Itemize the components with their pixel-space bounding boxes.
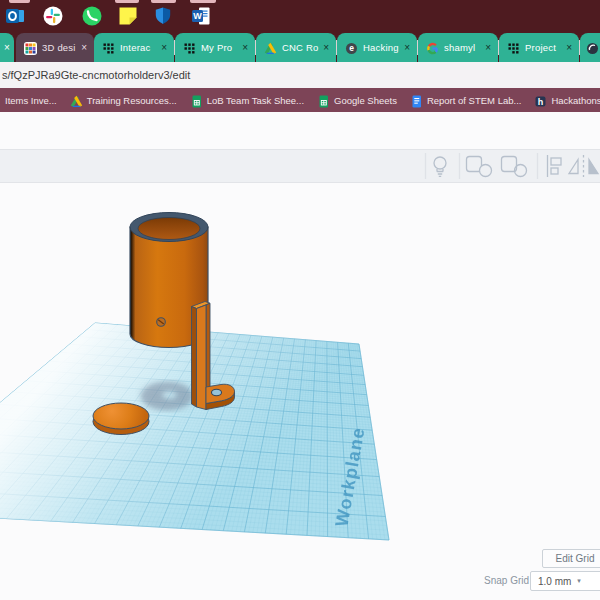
base-disc[interactable] [93, 403, 149, 435]
bookmark-stem-report[interactable]: Report of STEM Lab... [410, 94, 522, 107]
tab-my-projects[interactable]: My Pro × [175, 33, 255, 62]
dark-circle-icon [586, 41, 599, 54]
tab-strip: × 3D desi × Interac × My Pro × [0, 30, 600, 62]
tab-close-icon[interactable]: × [485, 43, 491, 53]
h-square-icon: h [534, 94, 547, 107]
url-text: s/fQzPJRa9Gte-cncmotorholderv3/edit [0, 69, 190, 81]
running-indicator [190, 0, 216, 3]
bookmark-label: Report of STEM Lab... [427, 95, 522, 106]
screw-hole [157, 318, 166, 327]
snap-grid-value: 1.0 mm [531, 576, 571, 587]
editor-toolbar [0, 149, 600, 183]
svg-text:e: e [349, 43, 354, 53]
svg-text:h: h [538, 96, 544, 106]
tab-label: 3D desi [42, 42, 77, 53]
bookmark-hackathons[interactable]: h Hackathons, P [534, 94, 600, 107]
tab-close-icon[interactable]: × [242, 43, 248, 53]
chevron-down-icon: ▾ [577, 577, 581, 585]
tab-label: Project [525, 42, 562, 53]
e-circle-icon: e [345, 41, 358, 54]
tab-close-icon[interactable]: × [566, 43, 572, 53]
align-button[interactable] [548, 155, 562, 177]
bookmark-items-inventory[interactable]: Items Inve... [5, 95, 57, 106]
tinkercad-dots-icon [183, 41, 196, 54]
tab-partial-left[interactable]: × [0, 33, 14, 62]
google-sheets-icon [190, 94, 203, 107]
tinkercad-dots-icon [102, 41, 115, 54]
tab-label: shamyl [444, 42, 481, 53]
google-drive-icon [70, 94, 83, 107]
running-indicator [9, 0, 30, 3]
bookmark-google-sheets[interactable]: Google Sheets [317, 94, 397, 107]
tab-cnc-router[interactable]: CNC Ro × [256, 33, 336, 62]
ungroup-button[interactable] [502, 157, 527, 177]
running-indicator [115, 0, 139, 3]
show-all-lightbulb-button[interactable] [434, 157, 446, 176]
google-sheets-icon [317, 94, 330, 107]
bookmarks-bar: Items Inve... Training Resources... LoB … [0, 88, 600, 112]
google-g-icon [426, 41, 439, 54]
tab-label: Hacking [363, 42, 400, 53]
bookmark-label: Items Inve... [5, 95, 57, 106]
tab-3d-design[interactable]: 3D desi × [16, 33, 94, 62]
address-bar[interactable]: s/fQzPJRa9Gte-cncmotorholderv3/edit [0, 62, 600, 88]
bracket-hole [212, 389, 222, 396]
tab-close-icon[interactable]: × [4, 43, 10, 53]
tab-close-icon[interactable]: × [404, 43, 410, 53]
mirror-button[interactable] [569, 155, 598, 177]
tinkercad-color-icon [24, 41, 37, 54]
snap-grid-label: Snap Grid [484, 575, 529, 586]
bookmark-label: Hackathons, P [551, 95, 600, 106]
tab-interactive[interactable]: Interac × [94, 33, 174, 62]
tab-project[interactable]: Project × [499, 33, 579, 62]
bookmark-lob-task-sheet[interactable]: LoB Team Task Shee... [190, 94, 304, 107]
google-docs-icon [410, 94, 423, 107]
group-button[interactable] [467, 157, 492, 177]
edit-grid-button[interactable]: Edit Grid [542, 549, 600, 568]
running-indicator [151, 0, 176, 3]
tab-close-icon[interactable]: × [81, 43, 87, 53]
svg-text:W: W [193, 11, 202, 21]
bookmark-label: Training Resources... [87, 95, 177, 106]
snap-grid-select[interactable]: 1.0 mm ▾ [530, 571, 600, 591]
defender-shield-icon[interactable] [153, 6, 173, 26]
tab-shamyl[interactable]: shamyl × [418, 33, 498, 62]
tab-hacking[interactable]: e Hacking × [337, 33, 417, 62]
tab-close-icon[interactable]: × [323, 43, 329, 53]
tab-label: CNC Ro [282, 42, 319, 53]
whatsapp-icon[interactable] [82, 6, 102, 26]
screen: Workplane [0, 0, 600, 600]
tinkercad-dots-icon [507, 41, 520, 54]
bookmark-label: Google Sheets [334, 95, 397, 106]
tab-close-icon[interactable]: × [161, 43, 167, 53]
google-drive-icon [264, 41, 277, 54]
tab-label: My Pro [201, 42, 238, 53]
tab-partial-right[interactable] [580, 33, 600, 62]
tab-label: Interac [120, 42, 157, 53]
sticky-notes-icon[interactable] [118, 6, 138, 26]
bookmark-training-resources[interactable]: Training Resources... [70, 94, 177, 107]
word-icon[interactable]: W [191, 6, 211, 26]
bookmark-label: LoB Team Task Shee... [207, 95, 304, 106]
outlook-icon[interactable] [5, 6, 25, 26]
slack-icon[interactable] [43, 6, 63, 26]
taskbar: W [0, 0, 600, 30]
